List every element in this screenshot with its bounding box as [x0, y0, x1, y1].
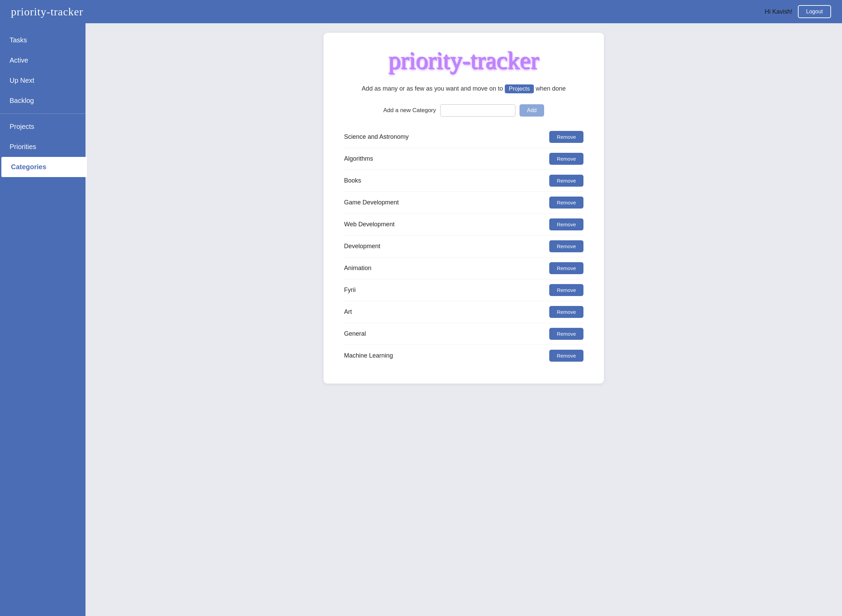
- category-row: Game DevelopmentRemove: [344, 192, 583, 214]
- category-name: Machine Learning: [344, 352, 393, 359]
- category-name: Web Development: [344, 221, 395, 228]
- header-greeting: Hi Kavish!: [765, 8, 792, 15]
- category-name: Development: [344, 243, 380, 250]
- main-layout: Tasks Active Up Next Backlog Projects Pr…: [0, 23, 842, 616]
- remove-category-button[interactable]: Remove: [549, 240, 583, 252]
- category-name: Algorithms: [344, 155, 373, 162]
- category-row: FyriiRemove: [344, 279, 583, 301]
- subtitle-after: when done: [536, 85, 566, 92]
- sidebar-item-backlog[interactable]: Backlog: [0, 91, 85, 111]
- category-row: BooksRemove: [344, 170, 583, 192]
- subtitle: Add as many or as few as you want and mo…: [344, 84, 583, 93]
- category-row: Science and AstronomyRemove: [344, 126, 583, 148]
- category-row: Web DevelopmentRemove: [344, 214, 583, 236]
- category-row: AnimationRemove: [344, 257, 583, 279]
- category-row: GeneralRemove: [344, 323, 583, 345]
- sidebar-item-projects[interactable]: Projects: [0, 117, 85, 137]
- category-name: Animation: [344, 265, 372, 272]
- sidebar-item-priorities[interactable]: Priorities: [0, 137, 85, 157]
- sidebar-divider: [0, 113, 85, 114]
- app-logo: priority-tracker: [11, 6, 83, 18]
- category-name: Art: [344, 308, 352, 315]
- remove-category-button[interactable]: Remove: [549, 328, 583, 340]
- logout-button[interactable]: Logout: [798, 5, 831, 18]
- add-category-input[interactable]: [440, 104, 516, 117]
- category-row: ArtRemove: [344, 301, 583, 323]
- sidebar-item-up-next[interactable]: Up Next: [0, 70, 85, 91]
- remove-category-button[interactable]: Remove: [549, 197, 583, 208]
- header-right: Hi Kavish! Logout: [765, 5, 831, 18]
- category-name: Fyrii: [344, 286, 356, 293]
- category-list: Science and AstronomyRemoveAlgorithmsRem…: [344, 126, 583, 367]
- main-content: priority-tracker Add as many or as few a…: [85, 23, 842, 616]
- sidebar-item-categories[interactable]: Categories: [1, 157, 87, 177]
- add-category-row: Add a new Category Add: [344, 104, 583, 117]
- app-header: priority-tracker Hi Kavish! Logout: [0, 0, 842, 23]
- remove-category-button[interactable]: Remove: [549, 262, 583, 274]
- category-row: AlgorithmsRemove: [344, 148, 583, 170]
- remove-category-button[interactable]: Remove: [549, 153, 583, 165]
- add-category-button[interactable]: Add: [520, 104, 544, 117]
- category-row: Machine LearningRemove: [344, 345, 583, 367]
- remove-category-button[interactable]: Remove: [549, 306, 583, 318]
- sidebar: Tasks Active Up Next Backlog Projects Pr…: [0, 23, 85, 616]
- category-row: DevelopmentRemove: [344, 236, 583, 257]
- remove-category-button[interactable]: Remove: [549, 350, 583, 362]
- card-title: priority-tracker: [388, 47, 539, 74]
- category-name: General: [344, 330, 366, 337]
- category-name: Books: [344, 177, 361, 184]
- category-name: Science and Astronomy: [344, 133, 409, 141]
- sidebar-item-tasks[interactable]: Tasks: [0, 30, 85, 50]
- remove-category-button[interactable]: Remove: [549, 175, 583, 187]
- card-title-wrapper: priority-tracker: [344, 47, 583, 75]
- sidebar-item-active[interactable]: Active: [0, 50, 85, 70]
- remove-category-button[interactable]: Remove: [549, 219, 583, 230]
- subtitle-before: Add as many or as few as you want and mo…: [362, 85, 503, 92]
- projects-badge[interactable]: Projects: [505, 84, 534, 93]
- remove-category-button[interactable]: Remove: [549, 131, 583, 143]
- content-card: priority-tracker Add as many or as few a…: [323, 33, 604, 384]
- category-name: Game Development: [344, 199, 399, 206]
- add-category-label: Add a new Category: [384, 107, 436, 114]
- remove-category-button[interactable]: Remove: [549, 284, 583, 296]
